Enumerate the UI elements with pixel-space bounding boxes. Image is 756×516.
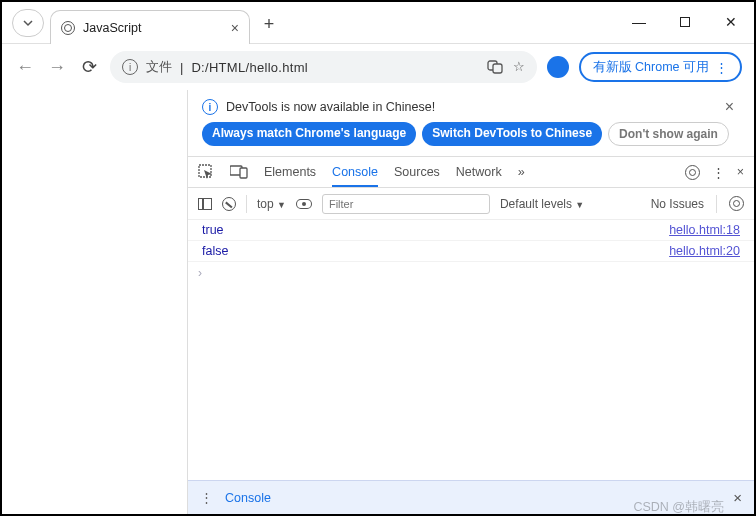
tab-title: JavaScript	[83, 21, 141, 35]
url-separator: |	[180, 60, 183, 75]
live-expression-icon[interactable]	[296, 199, 312, 209]
more-tabs-icon[interactable]: »	[518, 165, 525, 179]
settings-gear-icon[interactable]	[685, 165, 700, 180]
info-icon: i	[202, 99, 218, 115]
devtools-close-icon[interactable]: ×	[737, 165, 744, 179]
drawer-kebab-icon[interactable]: ⋮	[200, 490, 213, 505]
console-row: true hello.html:18	[188, 220, 754, 241]
update-chip-label: 有新版 Chrome 可用	[593, 59, 709, 76]
page-viewport	[2, 90, 188, 514]
bookmark-star-icon[interactable]: ☆	[513, 59, 525, 75]
tab-sources[interactable]: Sources	[394, 159, 440, 185]
translate-icon[interactable]	[487, 59, 503, 75]
console-value: false	[202, 244, 228, 258]
globe-icon	[61, 21, 75, 35]
window-minimize-button[interactable]: —	[616, 1, 662, 43]
console-source-link[interactable]: hello.html:20	[669, 244, 740, 258]
update-chrome-chip[interactable]: 有新版 Chrome 可用 ⋮	[579, 52, 742, 82]
svg-rect-1	[493, 64, 502, 73]
tab-elements[interactable]: Elements	[264, 159, 316, 185]
tab-network[interactable]: Network	[456, 159, 502, 185]
site-info-icon[interactable]: i	[122, 59, 138, 75]
dont-show-again-button[interactable]: Don't show again	[608, 122, 729, 146]
new-tab-button[interactable]: +	[256, 11, 282, 37]
tab-search-dropdown[interactable]	[12, 9, 44, 37]
inspect-icon[interactable]	[198, 164, 214, 180]
profile-avatar[interactable]	[547, 56, 569, 78]
device-toggle-icon[interactable]	[230, 165, 248, 179]
toggle-sidebar-icon[interactable]	[198, 198, 212, 210]
svg-rect-4	[240, 168, 247, 178]
console-output: true hello.html:18 false hello.html:20 ›	[188, 220, 754, 480]
clear-console-icon[interactable]	[222, 197, 236, 211]
window-maximize-button[interactable]	[662, 1, 708, 43]
console-value: true	[202, 223, 224, 237]
browser-tab[interactable]: JavaScript ×	[50, 10, 250, 44]
console-source-link[interactable]: hello.html:18	[669, 223, 740, 237]
console-filter-input[interactable]	[322, 194, 490, 214]
reload-button[interactable]: ⟳	[78, 56, 100, 78]
window-close-button[interactable]: ✕	[708, 1, 754, 43]
context-selector[interactable]: top ▼	[257, 197, 286, 211]
tab-close-icon[interactable]: ×	[231, 20, 239, 36]
console-row: false hello.html:20	[188, 241, 754, 262]
back-button[interactable]: ←	[14, 57, 36, 78]
url-scheme-label: 文件	[146, 58, 172, 76]
console-settings-icon[interactable]	[729, 196, 744, 211]
notice-close-button[interactable]: ×	[725, 98, 740, 116]
issues-link[interactable]: No Issues	[651, 197, 704, 211]
forward-button[interactable]: →	[46, 57, 68, 78]
log-levels-selector[interactable]: Default levels ▼	[500, 197, 584, 211]
devtools-kebab-icon[interactable]: ⋮	[712, 165, 725, 180]
tab-console[interactable]: Console	[332, 159, 378, 187]
switch-language-button[interactable]: Switch DevTools to Chinese	[422, 122, 602, 146]
console-prompt[interactable]: ›	[188, 262, 754, 284]
drawer-tab-console[interactable]: Console	[225, 491, 271, 505]
url-text: D:/HTML/hello.html	[191, 60, 308, 75]
address-bar[interactable]: i 文件 | D:/HTML/hello.html ☆	[110, 51, 537, 83]
notice-text: DevTools is now available in Chinese!	[226, 100, 435, 114]
match-language-button[interactable]: Always match Chrome's language	[202, 122, 416, 146]
drawer-close-icon[interactable]: ×	[733, 489, 742, 506]
kebab-icon: ⋮	[715, 60, 728, 75]
